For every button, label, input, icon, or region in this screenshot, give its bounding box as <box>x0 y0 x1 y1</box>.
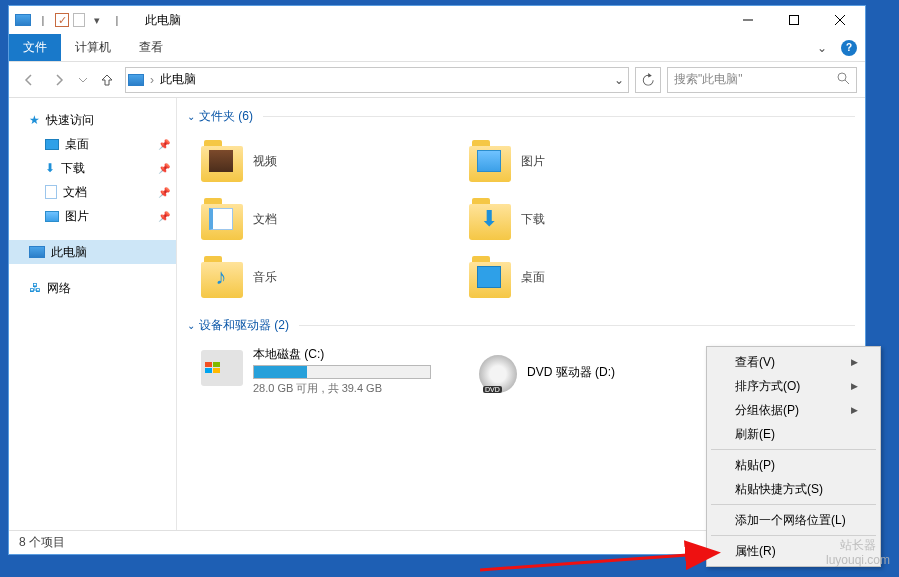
sidebar-item-documents[interactable]: 文档 📌 <box>9 180 176 204</box>
svg-line-5 <box>845 80 849 84</box>
minimize-button[interactable] <box>725 6 771 34</box>
close-button[interactable] <box>817 6 863 34</box>
drive-label: DVD 驱动器 (D:) <box>527 364 615 381</box>
folder-label: 桌面 <box>521 269 545 286</box>
drive-label: 本地磁盘 (C:) <box>253 346 431 363</box>
star-icon: ★ <box>29 113 40 127</box>
sidebar-item-label: 文档 <box>63 184 87 201</box>
nav-pane: ★ 快速访问 桌面 📌 ⬇ 下载 📌 文档 📌 图片 📌 <box>9 98 177 530</box>
group-label: 设备和驱动器 (2) <box>199 317 289 334</box>
pin-icon: 📌 <box>158 187 170 198</box>
sidebar-item-downloads[interactable]: ⬇ 下载 📌 <box>9 156 176 180</box>
folder-icon: ⬇ <box>469 198 511 240</box>
sidebar-quick-access[interactable]: ★ 快速访问 <box>9 108 176 132</box>
svg-rect-1 <box>790 16 799 25</box>
sidebar-item-network[interactable]: 🖧 网络 <box>9 276 176 300</box>
search-input[interactable]: 搜索"此电脑" <box>667 67 857 93</box>
svg-rect-6 <box>205 362 212 367</box>
tab-computer[interactable]: 计算机 <box>61 34 125 61</box>
document-icon <box>45 185 57 199</box>
sidebar-item-pictures[interactable]: 图片 📌 <box>9 204 176 228</box>
refresh-button[interactable] <box>635 67 661 93</box>
back-button[interactable] <box>17 68 41 92</box>
divider: | <box>35 12 51 28</box>
group-label: 文件夹 (6) <box>199 108 253 125</box>
pin-icon: 📌 <box>158 211 170 222</box>
drive-capacity-bar <box>253 365 431 379</box>
drive-free-text: 28.0 GB 可用 , 共 39.4 GB <box>253 381 431 396</box>
search-icon <box>837 72 850 88</box>
sidebar-item-label: 此电脑 <box>51 244 87 261</box>
submenu-arrow-icon: ▶ <box>851 405 858 415</box>
ctx-sort[interactable]: 排序方式(O)▶ <box>709 374 878 398</box>
svg-rect-9 <box>213 368 220 373</box>
pin-icon: 📌 <box>158 139 170 150</box>
downloads-icon: ⬇ <box>45 161 55 175</box>
sidebar-item-label: 图片 <box>65 208 89 225</box>
ribbon: 文件 计算机 查看 ⌄ ? <box>9 34 865 62</box>
tab-file[interactable]: 文件 <box>9 34 61 61</box>
history-dropdown[interactable] <box>77 68 89 92</box>
search-placeholder: 搜索"此电脑" <box>674 71 743 88</box>
help-icon[interactable]: ? <box>841 40 857 56</box>
checkbox-icon[interactable]: ✓ <box>55 13 69 27</box>
pin-icon: 📌 <box>158 163 170 174</box>
separator <box>711 449 876 450</box>
pc-icon <box>29 246 45 258</box>
folder-label: 音乐 <box>253 269 277 286</box>
address-dropdown-icon[interactable]: ⌄ <box>612 69 626 91</box>
svg-rect-7 <box>213 362 220 367</box>
folder-icon <box>201 140 243 182</box>
chevron-down-icon: ⌄ <box>187 111 195 122</box>
status-item-count: 8 个项目 <box>19 534 65 551</box>
sidebar-item-desktop[interactable]: 桌面 📌 <box>9 132 176 156</box>
qat-dropdown-icon[interactable]: ▾ <box>89 12 105 28</box>
folder-icon: ♪ <box>201 256 243 298</box>
folder-downloads[interactable]: ⬇ 下载 <box>467 193 717 245</box>
quick-access-toolbar: | ✓ ▾ | <box>11 12 125 28</box>
folder-icon <box>469 256 511 298</box>
ctx-view[interactable]: 查看(V)▶ <box>709 350 878 374</box>
ctx-paste[interactable]: 粘贴(P) <box>709 453 878 477</box>
folder-label: 下载 <box>521 211 545 228</box>
up-button[interactable] <box>95 68 119 92</box>
ctx-paste-shortcut[interactable]: 粘贴快捷方式(S) <box>709 477 878 501</box>
svg-line-11 <box>480 553 715 570</box>
divider: | <box>109 12 125 28</box>
address-bar[interactable]: › 此电脑 ⌄ <box>125 67 629 93</box>
maximize-button[interactable] <box>771 6 817 34</box>
ctx-properties[interactable]: 属性(R) <box>709 539 878 563</box>
doc-icon[interactable] <box>73 13 85 27</box>
ctx-add-network[interactable]: 添加一个网络位置(L) <box>709 508 878 532</box>
folder-icon <box>469 140 511 182</box>
drive-dvd[interactable]: DVD DVD 驱动器 (D:) <box>477 344 737 400</box>
drive-c[interactable]: 本地磁盘 (C:) 28.0 GB 可用 , 共 39.4 GB <box>199 344 459 400</box>
ctx-group[interactable]: 分组依据(P)▶ <box>709 398 878 422</box>
chevron-down-icon[interactable]: ⌄ <box>817 41 827 55</box>
forward-button[interactable] <box>47 68 71 92</box>
folder-desktop[interactable]: 桌面 <box>467 251 717 303</box>
group-header-devices[interactable]: ⌄ 设备和驱动器 (2) <box>187 313 865 344</box>
sidebar-item-label: 网络 <box>47 280 71 297</box>
folder-videos[interactable]: 视频 <box>199 135 449 187</box>
dvd-icon: DVD <box>479 355 517 393</box>
sidebar-item-thispc[interactable]: 此电脑 <box>9 240 176 264</box>
tab-view[interactable]: 查看 <box>125 34 177 61</box>
sidebar-item-label: 快速访问 <box>46 112 94 129</box>
sidebar-item-label: 下载 <box>61 160 85 177</box>
submenu-arrow-icon: ▶ <box>851 381 858 391</box>
sidebar-item-label: 桌面 <box>65 136 89 153</box>
address-text: 此电脑 <box>160 71 196 88</box>
network-icon: 🖧 <box>29 281 41 295</box>
nav-bar: › 此电脑 ⌄ 搜索"此电脑" <box>9 62 865 98</box>
picture-icon <box>45 211 59 222</box>
folder-label: 图片 <box>521 153 545 170</box>
context-menu: 查看(V)▶ 排序方式(O)▶ 分组依据(P)▶ 刷新(E) 粘贴(P) 粘贴快… <box>706 346 881 567</box>
group-header-folders[interactable]: ⌄ 文件夹 (6) <box>187 104 865 135</box>
chevron-down-icon: ⌄ <box>187 320 195 331</box>
folder-documents[interactable]: 文档 <box>199 193 449 245</box>
folder-pictures[interactable]: 图片 <box>467 135 717 187</box>
folder-music[interactable]: ♪ 音乐 <box>199 251 449 303</box>
ctx-refresh[interactable]: 刷新(E) <box>709 422 878 446</box>
folder-icon <box>201 198 243 240</box>
